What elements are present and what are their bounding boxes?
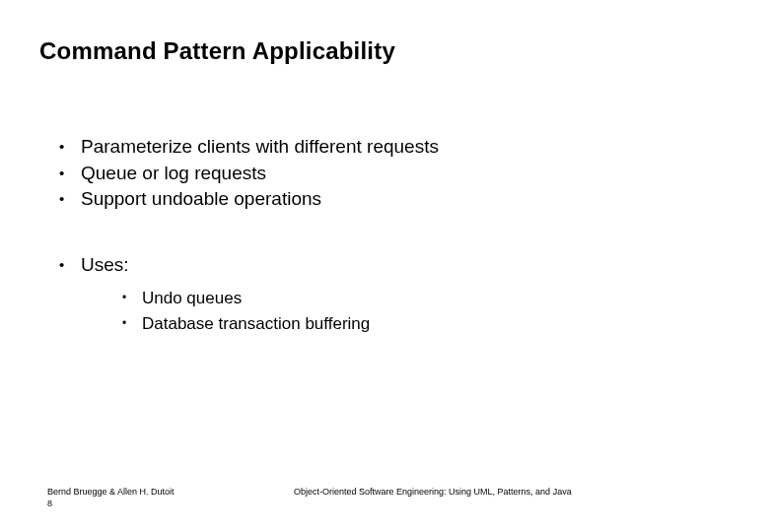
sub-bullet-item: Database transaction buffering: [122, 311, 730, 337]
uses-bullet-list: Uses: Undo queues Database transaction b…: [59, 252, 730, 337]
sub-bullet-list: Undo queues Database transaction bufferi…: [122, 286, 730, 336]
slide-footer: Bernd Bruegge & Allen H. Dutoit 8 Object…: [47, 487, 730, 508]
sub-bullet-item: Undo queues: [122, 286, 730, 311]
slide-title: Command Pattern Applicability: [39, 37, 730, 65]
footer-page-number: 8: [47, 499, 245, 508]
bullet-item: Queue or log requests: [59, 161, 730, 187]
spacer: [39, 213, 730, 252]
bullet-item-uses: Uses: Undo queues Database transaction b…: [59, 252, 730, 337]
footer-authors: Bernd Bruegge & Allen H. Dutoit: [47, 487, 245, 497]
main-bullet-list: Parameterize clients with different requ…: [59, 134, 730, 213]
bullet-item: Parameterize clients with different requ…: [59, 134, 730, 161]
bullet-item: Support undoable operations: [59, 186, 730, 213]
slide-content: Command Pattern Applicability Parameteri…: [0, 0, 769, 336]
footer-authors-block: Bernd Bruegge & Allen H. Dutoit 8: [47, 487, 245, 508]
bullet-label: Uses:: [81, 254, 129, 275]
footer-book-title: Object-Oriented Software Engineering: Us…: [294, 487, 572, 497]
